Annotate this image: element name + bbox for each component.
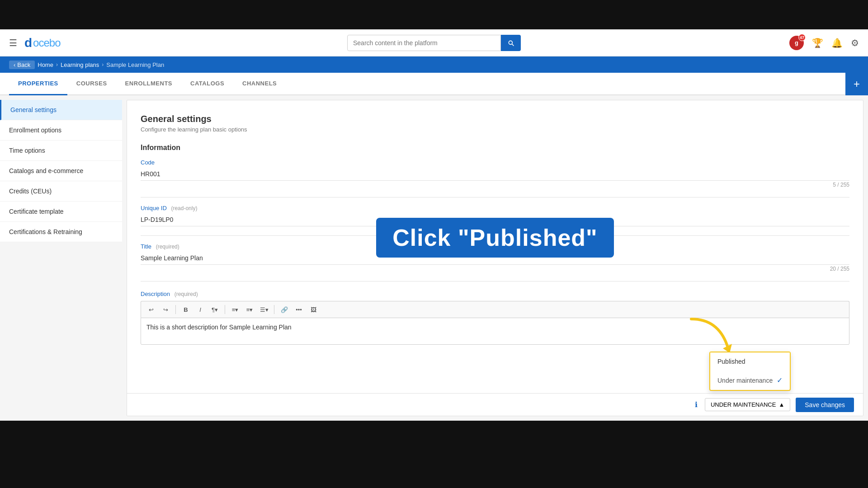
status-bar: ℹ UNDER MAINTENANCE ▲ Save changes [127, 393, 863, 416]
sidebar-item-certifications[interactable]: Certifications & Retraining [0, 222, 122, 242]
paragraph-button[interactable]: ¶▾ [208, 303, 221, 316]
unique-id-value: LP-D19LP0 [141, 213, 849, 226]
tab-catalogs[interactable]: CATALOGS [181, 73, 233, 95]
tab-courses[interactable]: COURSES [67, 73, 116, 95]
breadcrumb: ‹ Back Home › Learning plans › Sample Le… [0, 56, 868, 73]
save-button[interactable]: Save changes [796, 398, 854, 412]
bold-button[interactable]: B [179, 303, 192, 316]
unique-id-field-group: Unique ID (read-only) LP-D19LP0 [141, 205, 849, 226]
breadcrumb-learning-plans[interactable]: Learning plans [61, 61, 99, 68]
info-section-title: Information [141, 144, 849, 152]
dropdown-item-published[interactable]: Published [710, 352, 790, 371]
description-label: Description (required) [141, 291, 849, 297]
redo-button[interactable]: ↪ [159, 303, 172, 316]
info-icon: ℹ [695, 400, 698, 409]
italic-button[interactable]: I [194, 303, 207, 316]
bell-icon[interactable]: 🔔 [831, 38, 843, 48]
description-section: Description (required) ↩ ↪ B I ¶▾ ≡▾ ≡▾ … [141, 291, 849, 345]
unique-id-label: Unique ID (read-only) [141, 205, 849, 211]
sidebar-item-credits[interactable]: Credits (CEUs) [0, 181, 122, 202]
align-button[interactable]: ≡▾ [229, 303, 241, 316]
dropdown-arrow-icon: ▲ [778, 401, 784, 408]
more-button[interactable]: ••• [292, 303, 305, 316]
breadcrumb-home[interactable]: Home [38, 61, 53, 68]
logo: docebo [24, 36, 61, 50]
back-button[interactable]: ‹ Back [9, 61, 35, 69]
add-button[interactable]: + [845, 73, 868, 95]
search-button[interactable] [501, 35, 521, 51]
breadcrumb-current: Sample Learning Plan [106, 61, 164, 68]
unordered-list-button[interactable]: ☰▾ [258, 303, 270, 316]
sidebar-item-enrollment[interactable]: Enrollment options [0, 120, 122, 141]
tab-properties[interactable]: PROPERTIES [9, 73, 67, 95]
trophy-icon[interactable]: 🏆 [812, 38, 823, 48]
notification-badge: 47 [798, 34, 806, 41]
title-value[interactable]: Sample Learning Plan [141, 252, 849, 265]
status-dropdown[interactable]: UNDER MAINTENANCE ▲ [705, 398, 790, 411]
code-value[interactable]: HR001 [141, 168, 849, 181]
undo-button[interactable]: ↩ [145, 303, 157, 316]
ordered-list-button[interactable]: ≡▾ [243, 303, 256, 316]
current-status-label: UNDER MAINTENANCE [711, 401, 776, 408]
description-editor[interactable]: This is a short description for Sample L… [141, 318, 849, 345]
sidebar-item-general[interactable]: General settings [0, 100, 122, 120]
sidebar-item-time[interactable]: Time options [0, 141, 122, 161]
check-icon: ✓ [777, 376, 783, 385]
title-label: Title (required) [141, 243, 849, 250]
title-field-group: Title (required) Sample Learning Plan 20… [141, 243, 849, 272]
code-field-group: Code HR001 5 / 255 [141, 159, 849, 188]
title-counter: 20 / 255 [141, 266, 849, 272]
published-dropdown: Published Under maintenance ✓ [709, 352, 791, 391]
code-label: Code [141, 159, 849, 166]
code-counter: 5 / 255 [141, 182, 849, 188]
dropdown-item-under-maintenance[interactable]: Under maintenance ✓ [710, 371, 790, 390]
search-input[interactable] [347, 35, 501, 51]
tab-enrollments[interactable]: ENROLLMENTS [116, 73, 181, 95]
sidebar-item-certificate[interactable]: Certificate template [0, 202, 122, 222]
link-button[interactable]: 🔗 [278, 303, 291, 316]
sidebar-item-catalogs[interactable]: Catalogs and e-commerce [0, 161, 122, 181]
editor-toolbar: ↩ ↪ B I ¶▾ ≡▾ ≡▾ ☰▾ 🔗 ••• 🖼 [141, 301, 849, 318]
settings-icon[interactable]: ⚙ [851, 38, 859, 48]
form-area: General settings Configure the learning … [127, 100, 863, 416]
tab-channels[interactable]: CHANNELS [233, 73, 286, 95]
sidebar: General settings Enrollment options Time… [0, 95, 122, 421]
page-subtitle: Configure the learning plan basic option… [141, 126, 849, 133]
image-button[interactable]: 🖼 [307, 303, 320, 316]
tab-bar: PROPERTIES COURSES ENROLLMENTS CATALOGS … [0, 73, 868, 95]
hamburger-icon[interactable]: ☰ [9, 38, 17, 48]
page-title: General settings [141, 114, 849, 124]
avatar[interactable]: g 47 [789, 36, 804, 50]
